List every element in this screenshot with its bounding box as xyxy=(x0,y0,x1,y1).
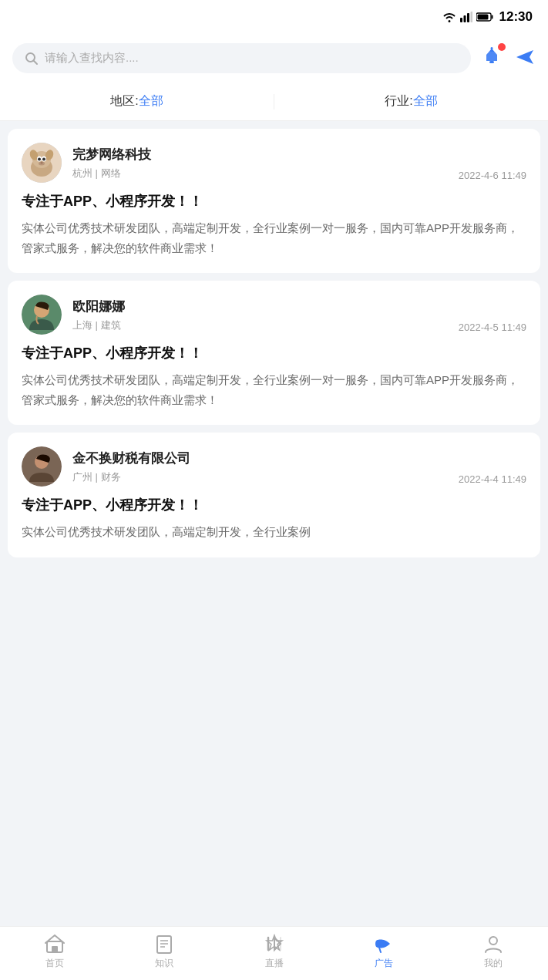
svg-rect-1 xyxy=(463,15,466,22)
nav-item-knowledge[interactable]: 知识 xyxy=(109,934,219,970)
company-name: 欧阳娜娜 xyxy=(72,298,448,315)
card-title: 专注于APP、小程序开发！！ xyxy=(22,192,526,210)
send-icon xyxy=(514,46,536,68)
wifi-icon xyxy=(442,12,456,22)
company-name: 完梦网络科技 xyxy=(72,146,448,163)
industry-filter[interactable]: 行业:全部 xyxy=(274,93,548,109)
card-meta: 欧阳娜娜 上海 | 建筑 xyxy=(72,298,448,332)
company-sub: 杭州 | 网络 xyxy=(72,167,448,180)
notification-badge xyxy=(498,43,506,51)
svg-rect-31 xyxy=(52,946,58,952)
search-area: 请输入查找内容.... xyxy=(0,34,548,83)
card-body: 实体公司优秀技术研发团队，高端定制开发，全行业案例一对一服务，国内可靠APP开发… xyxy=(22,218,526,258)
nav-item-live[interactable]: 直播 xyxy=(219,934,328,970)
avatar xyxy=(22,446,62,487)
svg-point-22 xyxy=(38,158,41,161)
svg-rect-12 xyxy=(491,47,493,49)
card-title: 专注于APP、小程序开发！！ xyxy=(22,496,526,514)
svg-marker-13 xyxy=(516,50,533,64)
knowledge-icon xyxy=(154,934,174,954)
card-meta: 完梦网络科技 杭州 | 网络 xyxy=(72,146,448,180)
search-box[interactable]: 请输入查找内容.... xyxy=(12,43,471,73)
nav-item-home[interactable]: 首页 xyxy=(0,934,109,970)
card-header: 金不换财税有限公司 广州 | 财务 2022-4-4 11:49 xyxy=(22,446,526,487)
card-item[interactable]: 完梦网络科技 杭州 | 网络 2022-4-6 11:49 专注于APP、小程序… xyxy=(8,129,540,273)
status-time: 12:30 xyxy=(499,9,533,25)
card-date: 2022-4-5 11:49 xyxy=(459,322,526,335)
company-sub: 广州 | 财务 xyxy=(72,470,448,484)
status-bar: 12:30 xyxy=(0,0,548,34)
avatar xyxy=(22,295,62,335)
svg-point-25 xyxy=(41,162,43,164)
bottom-nav: 首页 知识 直播 广告 xyxy=(0,926,548,980)
nav-label-ad: 广告 xyxy=(375,957,393,970)
svg-rect-32 xyxy=(157,936,171,953)
card-date: 2022-4-6 11:49 xyxy=(459,170,526,183)
nav-item-me[interactable]: 我的 xyxy=(439,934,548,970)
search-placeholder: 请输入查找内容.... xyxy=(45,51,139,66)
svg-point-37 xyxy=(375,940,380,948)
svg-point-23 xyxy=(42,158,45,161)
avatar xyxy=(22,143,62,183)
nav-label-knowledge: 知识 xyxy=(155,957,173,970)
industry-label: 行业: xyxy=(385,94,412,107)
svg-rect-6 xyxy=(477,15,488,20)
card-body: 实体公司优秀技术研发团队，高端定制开发，全行业案例 xyxy=(22,522,526,542)
card-title: 专注于APP、小程序开发！！ xyxy=(22,344,526,362)
nav-label-home: 首页 xyxy=(45,957,64,970)
svg-rect-5 xyxy=(491,15,493,19)
battery-icon xyxy=(476,12,493,22)
card-item[interactable]: 金不换财税有限公司 广州 | 财务 2022-4-4 11:49 专注于APP、… xyxy=(8,433,540,557)
company-name: 金不换财税有限公司 xyxy=(72,450,448,467)
header-icons xyxy=(480,45,536,72)
svg-rect-3 xyxy=(470,12,472,22)
industry-value: 全部 xyxy=(413,94,438,107)
filter-row: 地区:全部 行业:全部 xyxy=(0,83,548,121)
card-meta: 金不换财税有限公司 广州 | 财务 xyxy=(72,450,448,484)
home-icon xyxy=(45,934,65,954)
company-sub: 上海 | 建筑 xyxy=(72,318,448,332)
cards-list: 完梦网络科技 杭州 | 网络 2022-4-6 11:49 专注于APP、小程序… xyxy=(0,121,548,565)
svg-rect-10 xyxy=(489,61,494,63)
nav-item-ad[interactable]: 广告 xyxy=(329,934,439,970)
card-item[interactable]: 欧阳娜娜 上海 | 建筑 2022-4-5 11:49 专注于APP、小程序开发… xyxy=(8,281,540,425)
live-icon xyxy=(264,934,284,954)
card-date: 2022-4-4 11:49 xyxy=(459,473,526,487)
status-icons xyxy=(442,12,493,22)
nav-label-live: 直播 xyxy=(265,957,284,970)
signal-icon xyxy=(460,12,472,22)
ad-icon xyxy=(374,934,394,954)
search-icon xyxy=(25,52,39,66)
card-body: 实体公司优秀技术研发团队，高端定制开发，全行业案例一对一服务，国内可靠APP开发… xyxy=(22,370,526,409)
svg-rect-2 xyxy=(467,13,469,22)
region-label: 地区: xyxy=(110,94,138,107)
card-header: 欧阳娜娜 上海 | 建筑 2022-4-5 11:49 xyxy=(22,295,526,335)
region-value: 全部 xyxy=(139,94,163,107)
svg-rect-0 xyxy=(460,18,462,22)
nav-label-me: 我的 xyxy=(484,957,503,970)
notification-button[interactable] xyxy=(480,45,503,72)
card-header: 完梦网络科技 杭州 | 网络 2022-4-6 11:49 xyxy=(22,143,526,183)
cards-container: 完梦网络科技 杭州 | 网络 2022-4-6 11:49 专注于APP、小程序… xyxy=(0,121,548,623)
send-button[interactable] xyxy=(514,46,536,71)
region-filter[interactable]: 地区:全部 xyxy=(0,93,274,109)
svg-line-8 xyxy=(34,60,38,64)
me-icon xyxy=(483,934,503,954)
svg-point-38 xyxy=(489,937,497,945)
